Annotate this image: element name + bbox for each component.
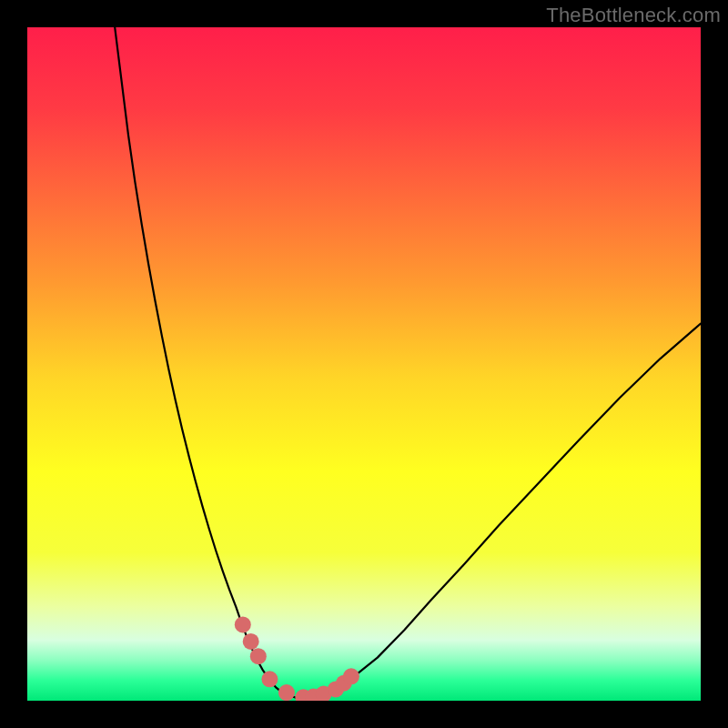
plot-area bbox=[27, 27, 701, 701]
chart-svg bbox=[27, 27, 701, 701]
threshold-marker bbox=[235, 616, 251, 632]
threshold-marker bbox=[343, 668, 359, 684]
threshold-marker bbox=[278, 684, 295, 701]
threshold-marker bbox=[243, 633, 259, 650]
threshold-marker bbox=[250, 648, 267, 664]
watermark-text: TheBottleneck.com bbox=[546, 4, 721, 27]
threshold-marker bbox=[261, 671, 278, 687]
chart-frame: TheBottleneck.com bbox=[0, 0, 728, 728]
